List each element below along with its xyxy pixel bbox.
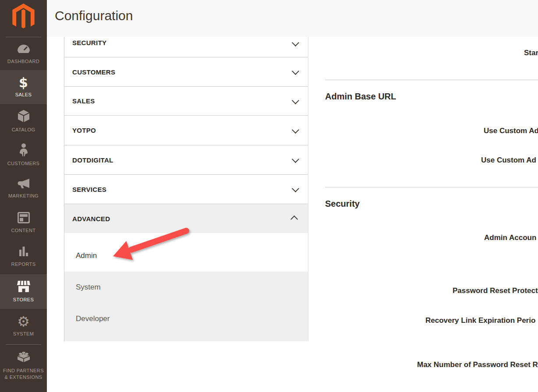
sidebar-item-label: REPORTS xyxy=(11,261,36,268)
config-section-dotdigital[interactable]: DOTDIGITAL xyxy=(64,145,308,175)
field-label-use-custom-admin-path: Use Custom Ad xyxy=(481,156,536,165)
section-heading-admin-base-url: Admin Base URL xyxy=(325,92,396,102)
sidebar-item-find-partners[interactable]: FIND PARTNERS & EXTENSIONS xyxy=(0,347,47,384)
config-section-yotpo[interactable]: YOTPO xyxy=(64,116,308,145)
section-divider xyxy=(325,80,538,80)
layout-icon xyxy=(18,212,30,225)
sidebar-item-system[interactable]: ⚙ SYSTEM xyxy=(0,309,47,343)
sidebar-item-catalog[interactable]: CATALOG xyxy=(0,104,47,138)
sidebar-item-label: FIND PARTNERS & EXTENSIONS xyxy=(3,367,44,381)
chevron-down-icon xyxy=(292,126,299,134)
box-icon xyxy=(18,109,30,124)
lego-brick-icon xyxy=(17,350,31,365)
config-section-advanced[interactable]: ADVANCED xyxy=(64,204,308,233)
sidebar-divider xyxy=(6,37,41,37)
sidebar-item-label: CONTENT xyxy=(11,227,36,234)
sidebar-item-sales[interactable]: $ SALES xyxy=(0,70,47,104)
bar-chart-icon xyxy=(19,246,28,259)
config-section-customers[interactable]: CUSTOMERS xyxy=(64,57,308,87)
section-divider xyxy=(325,187,538,187)
sidebar-divider xyxy=(6,344,41,345)
config-section-security[interactable]: SECURITY xyxy=(64,37,308,57)
config-subitem-developer[interactable]: Developer xyxy=(64,303,308,335)
dashboard-gauge-icon xyxy=(16,44,31,56)
config-subitem-admin[interactable]: Admin xyxy=(64,240,308,272)
config-section-services[interactable]: SERVICES xyxy=(64,175,308,204)
field-label-use-custom-admin-url: Use Custom Ad xyxy=(484,127,538,135)
sidebar-item-label: CUSTOMERS xyxy=(7,160,40,167)
megaphone-icon xyxy=(17,178,30,191)
sidebar-item-label: DASHBOARD xyxy=(7,58,39,65)
page-header: Configuration xyxy=(47,0,538,37)
config-subitem-system[interactable]: System xyxy=(64,272,308,303)
sidebar-item-label: SYSTEM xyxy=(13,331,34,337)
dollar-icon: $ xyxy=(19,76,28,89)
person-icon xyxy=(19,143,28,158)
sidebar-item-dashboard[interactable]: DASHBOARD xyxy=(0,39,47,70)
sidebar-item-marketing[interactable]: MARKETING xyxy=(0,172,47,206)
field-label-startup: Star xyxy=(524,49,538,57)
sidebar: DASHBOARD $ SALES CATALOG xyxy=(0,0,47,392)
field-label-password-reset-protection: Password Reset Protect xyxy=(453,286,538,295)
field-label-max-password-reset-requests: Max Number of Password Reset R xyxy=(417,360,538,369)
config-section-nav: SECURITY CUSTOMERS SALES YOTPO DOTDIGITA… xyxy=(64,37,308,341)
gear-icon: ⚙ xyxy=(17,314,30,328)
chevron-down-icon xyxy=(292,97,299,104)
sidebar-item-stores[interactable]: STORES xyxy=(0,274,47,309)
config-section-sales[interactable]: SALES xyxy=(64,87,308,116)
sidebar-item-label: MARKETING xyxy=(8,193,39,199)
magento-admin-configuration-screen: Configuration DASHBOARD $ SALES xyxy=(0,0,538,392)
chevron-down-icon xyxy=(292,185,299,192)
sidebar-item-label: CATALOG xyxy=(12,127,35,133)
magento-logo-icon[interactable] xyxy=(11,4,35,31)
sidebar-item-customers[interactable]: CUSTOMERS xyxy=(0,138,47,172)
field-label-recovery-link-expiration: Recovery Link Expiration Perio xyxy=(425,316,535,325)
section-heading-security: Security xyxy=(325,199,360,209)
sidebar-item-content[interactable]: CONTENT xyxy=(0,206,47,240)
chevron-down-icon xyxy=(292,39,299,46)
sidebar-item-label: STORES xyxy=(13,297,34,303)
page-title: Configuration xyxy=(55,8,133,23)
chevron-up-icon xyxy=(290,215,298,223)
chevron-down-icon xyxy=(292,155,299,163)
storefront-icon xyxy=(17,280,31,294)
chevron-down-icon xyxy=(292,67,299,75)
sidebar-item-reports[interactable]: REPORTS xyxy=(0,240,47,273)
field-label-admin-account: Admin Accoun xyxy=(484,233,536,242)
sidebar-item-label: SALES xyxy=(15,92,32,98)
